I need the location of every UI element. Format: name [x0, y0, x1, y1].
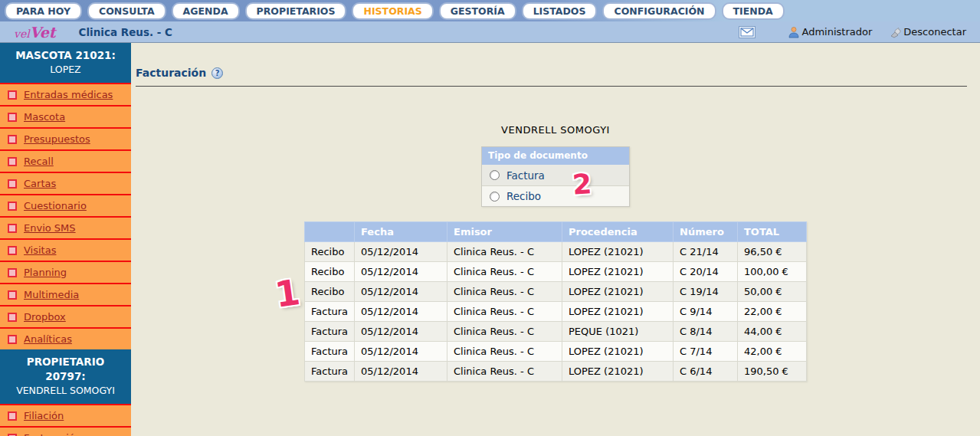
sidebar-owner-header: PROPIETARIO 20797: VENDRELL SOMOGYI — [0, 349, 131, 404]
document-type-box-title: Tipo de documento — [482, 147, 629, 165]
table-row[interactable]: Recibo05/12/2014Clinica Reus. - CLOPEZ (… — [305, 262, 807, 282]
bullet-square-icon — [8, 113, 17, 122]
table-cell: Clinica Reus. - C — [447, 362, 562, 382]
table-cell: 100,00 € — [738, 262, 807, 282]
sidebar-pet-header: MASCOTA 21021: LOPEZ — [0, 43, 131, 83]
sidebar-item-filiacion[interactable]: Filiación — [0, 404, 131, 426]
sidebar: MASCOTA 21021: LOPEZ Entradas médicasMas… — [0, 43, 131, 436]
column-header-total: TOTAL — [738, 222, 807, 242]
velvet-logo: velVet — [14, 24, 56, 41]
doc-type-option-factura[interactable]: Factura — [482, 165, 629, 185]
table-cell: Factura — [305, 302, 355, 322]
radio-button-icon[interactable] — [490, 170, 500, 180]
nav-tab-configuracion[interactable]: CONFIGURACIÓN — [602, 2, 716, 20]
sidebar-item-cuestionario[interactable]: Cuestionario — [0, 194, 131, 216]
bullet-square-icon — [8, 290, 17, 300]
bullet-square-icon — [8, 157, 17, 166]
table-cell: C 19/14 — [674, 282, 738, 302]
table-row[interactable]: Recibo05/12/2014Clinica Reus. - CLOPEZ (… — [305, 242, 807, 262]
invoice-table-head: FechaEmisorProcedenciaNúmeroTOTAL — [305, 222, 807, 242]
sidebar-item-visitas[interactable]: Visitas — [0, 238, 131, 261]
table-row[interactable]: Factura05/12/2014Clinica Reus. - CLOPEZ … — [305, 362, 807, 382]
bullet-square-icon — [8, 224, 17, 233]
sidebar-item-dropbox[interactable]: Dropbox — [0, 305, 131, 327]
nav-tabs: PARA HOYCONSULTAAGENDAPROPIETARIOSHISTOR… — [5, 2, 785, 20]
table-cell: LOPEZ (21021) — [562, 342, 674, 362]
invoice-table-body: Recibo05/12/2014Clinica Reus. - CLOPEZ (… — [305, 242, 807, 382]
clinic-name: Clinica Reus. - C — [79, 26, 172, 38]
annotation-2: 2 — [572, 168, 593, 201]
sidebar-item-cartas[interactable]: Cartas — [0, 172, 131, 194]
nav-tab-historias[interactable]: HISTORIAS — [352, 2, 433, 20]
table-cell: 05/12/2014 — [355, 262, 447, 282]
sidebar-item-dropbox-label: Dropbox — [24, 311, 66, 323]
sidebar-item-multimedia[interactable]: Multimedia — [0, 283, 131, 305]
owner-name-heading: VENDRELL SOMOGYI — [131, 124, 980, 136]
column-header-type — [305, 222, 355, 242]
user-name[interactable]: Administrador — [802, 26, 873, 38]
table-cell: 05/12/2014 — [355, 302, 447, 322]
nav-tab-para-hoy[interactable]: PARA HOY — [5, 2, 82, 20]
sidebar-item-cuestionario-label: Cuestionario — [24, 200, 87, 211]
table-cell: 44,00 € — [738, 322, 807, 342]
sidebar-item-recall[interactable]: Recall — [0, 149, 131, 172]
table-cell: Clinica Reus. - C — [447, 302, 562, 322]
table-cell: 190,50 € — [738, 362, 807, 382]
nav-tab-agenda[interactable]: AGENDA — [172, 2, 240, 20]
top-nav-bar: PARA HOYCONSULTAAGENDAPROPIETARIOSHISTOR… — [0, 0, 980, 21]
page-title: Facturación — [136, 67, 206, 79]
sidebar-item-cartas-label: Cartas — [24, 178, 56, 189]
sidebar-item-entradas-medicas[interactable]: Entradas médicas — [0, 83, 131, 105]
bullet-square-icon — [8, 434, 17, 436]
table-row[interactable]: Factura05/12/2014Clinica Reus. - CLOPEZ … — [305, 302, 807, 322]
sidebar-item-envio-sms[interactable]: Envio SMS — [0, 216, 131, 238]
bullet-square-icon — [8, 268, 17, 277]
sidebar-item-entradas-medicas-label: Entradas médicas — [24, 89, 113, 100]
nav-tab-listados[interactable]: LISTADOS — [522, 2, 598, 20]
nav-tab-gestoria[interactable]: GESTORÍA — [439, 2, 516, 20]
owner-header-title: PROPIETARIO — [2, 355, 129, 369]
table-cell: C 8/14 — [674, 322, 738, 342]
bullet-square-icon — [8, 411, 17, 421]
bullet-square-icon — [8, 135, 17, 144]
sidebar-item-facturacion[interactable]: Facturación — [0, 426, 131, 436]
sidebar-item-filiacion-label: Filiación — [24, 410, 64, 421]
nav-tab-tienda[interactable]: TIENDA — [722, 2, 785, 20]
table-cell: 22,00 € — [738, 302, 807, 322]
title-divider — [136, 86, 967, 87]
sidebar-item-visitas-label: Visitas — [24, 244, 56, 256]
doc-type-option-recibo[interactable]: Recibo — [482, 185, 629, 206]
logout-link[interactable]: Desconectar — [903, 26, 966, 38]
table-cell: Clinica Reus. - C — [447, 322, 562, 342]
sidebar-item-presupuestos-label: Presupuestos — [24, 133, 90, 145]
table-row[interactable]: Factura05/12/2014Clinica Reus. - CPEQUE … — [305, 322, 807, 342]
table-cell: LOPEZ (21021) — [562, 262, 674, 282]
nav-tab-consulta[interactable]: CONSULTA — [87, 2, 166, 20]
mail-icon[interactable] — [739, 26, 755, 38]
radio-button-icon[interactable] — [490, 192, 500, 202]
table-row[interactable]: Factura05/12/2014Clinica Reus. - CLOPEZ … — [305, 342, 807, 362]
owner-header-id: 20797: — [2, 369, 129, 384]
annotation-1: 1 — [272, 271, 302, 316]
sidebar-item-presupuestos[interactable]: Presupuestos — [0, 127, 131, 149]
logo-prefix: vel — [14, 28, 30, 40]
sidebar-item-mascota[interactable]: Mascota — [0, 105, 131, 127]
document-type-box: Tipo de documento FacturaRecibo — [481, 146, 630, 207]
nav-tab-propietarios[interactable]: PROPIETARIOS — [245, 2, 347, 20]
table-row[interactable]: Recibo05/12/2014Clinica Reus. - CLOPEZ (… — [305, 282, 807, 302]
table-cell: LOPEZ (21021) — [562, 242, 674, 262]
table-cell: Clinica Reus. - C — [447, 282, 562, 302]
sidebar-item-analiticas[interactable]: Analíticas — [0, 327, 131, 349]
help-icon[interactable]: ? — [211, 67, 223, 79]
table-cell: Clinica Reus. - C — [447, 342, 562, 362]
table-cell: LOPEZ (21021) — [562, 362, 674, 382]
table-cell: C 9/14 — [674, 302, 738, 322]
sidebar-item-facturacion-label: Facturación — [24, 432, 81, 436]
sidebar-item-analiticas-label: Analíticas — [24, 333, 72, 345]
sidebar-item-planning[interactable]: Planning — [0, 261, 131, 283]
invoice-table-header-row: FechaEmisorProcedenciaNúmeroTOTAL — [305, 222, 807, 242]
sidebar-item-multimedia-label: Multimedia — [24, 289, 79, 300]
app-window: PARA HOYCONSULTAAGENDAPROPIETARIOSHISTOR… — [0, 0, 980, 436]
header-right-group: Administrador Desconectar — [739, 26, 980, 38]
bullet-square-icon — [8, 313, 17, 322]
